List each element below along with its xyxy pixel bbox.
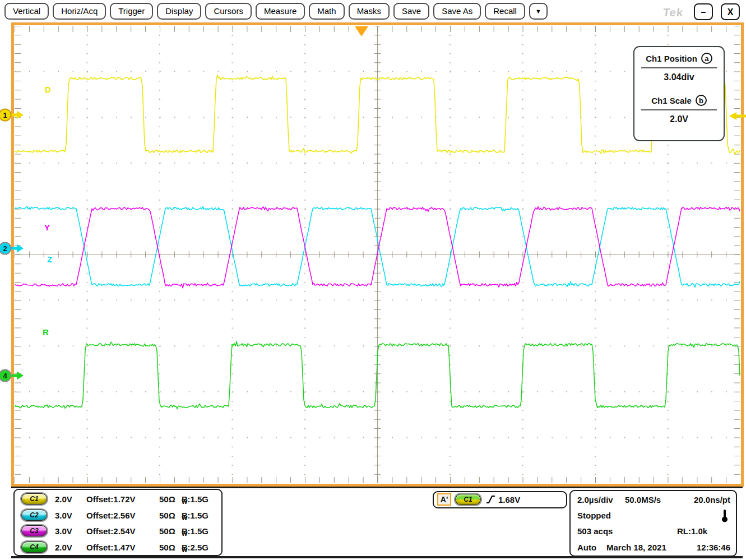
ch3-offset: Offset:2.54V (86, 525, 136, 538)
ch4-offset: Offset:1.47V (86, 542, 136, 554)
ch1-offset: Offset:1.72V (86, 493, 136, 506)
ch2-bandwidth: BW:1.5G (182, 510, 187, 524)
channel-settings-box: C1 2.0V Offset:1.72V 50Ω BW:1.5G C2 3.0V… (13, 489, 223, 556)
ch3-scale: 3.0V (55, 525, 72, 538)
channel-3-pill[interactable]: C3 (21, 525, 47, 536)
channel-3-row: C3 3.0V Offset:2.54V 50Ω BW:1.5G (15, 525, 221, 539)
trace-label-z: Z (47, 254, 52, 264)
thermometer-icon (721, 508, 728, 523)
ch1-scale: 2.0V (55, 493, 72, 506)
trigger-level-value: 1.68V (498, 493, 520, 506)
knob-a-icon: a (701, 53, 712, 64)
trace-label-r: R (43, 327, 49, 337)
channel-1-pill[interactable]: C1 (21, 493, 47, 505)
knob-b-icon: b (696, 95, 707, 106)
ch1-scale-label: Ch1 Scale (651, 96, 692, 105)
divider (641, 109, 717, 110)
acq-count: 503 acqs (577, 525, 613, 538)
ch3-bandwidth: BW:1.5G (182, 525, 187, 540)
ch4-scale: 2.0V (55, 542, 72, 554)
svg-text:2: 2 (3, 244, 7, 253)
trigger-source-pill[interactable]: C1 (455, 494, 481, 505)
sample-resolution: 20.0ns/pt (694, 494, 730, 506)
trigger-readout-box: A' C1 1.68V (433, 491, 567, 508)
trigger-mode: Auto (577, 542, 596, 554)
channel-4-pill[interactable]: C4 (21, 542, 47, 553)
trace-label-d: D (45, 85, 51, 94)
ch1-position-value[interactable]: 3.04div (634, 72, 724, 82)
ch1-scale-value[interactable]: 2.0V (634, 114, 724, 124)
divider (641, 67, 717, 68)
svg-text:1: 1 (3, 111, 7, 119)
ch3-termination: 50Ω (159, 525, 175, 538)
acquisition-box: 2.0µs/div 50.0MS/s 20.0ns/pt Stopped 503… (569, 490, 737, 557)
acq-status: Stopped (577, 510, 611, 522)
ch1-termination: 50Ω (159, 493, 175, 506)
channel-2-pill[interactable]: C2 (21, 510, 47, 521)
ch4-bandwidth: BW:2.5G (182, 542, 187, 556)
ch1-readout-box: Ch1 Position a 3.04div Ch1 Scale b 2.0V (633, 46, 725, 141)
trace-label-y: Y (44, 223, 50, 232)
sample-rate: 50.0MS/s (625, 494, 661, 506)
ch1-position-label: Ch1 Position (646, 54, 697, 63)
ch2-termination: 50Ω (159, 510, 175, 522)
plot-bottom-separator (11, 487, 743, 488)
time-value: 12:36:46 (697, 542, 730, 554)
trigger-a-badge[interactable]: A' (437, 493, 451, 506)
ch2-offset: Offset:2.56V (86, 510, 136, 522)
ch2-scale: 3.0V (55, 510, 72, 522)
channel-1-row: C1 2.0V Offset:1.72V 50Ω BW:1.5G (15, 493, 221, 507)
channel-4-row: C4 2.0V Offset:1.47V 50Ω BW:2.5G (15, 542, 221, 555)
trigger-position-marker[interactable] (355, 26, 368, 36)
oscilloscope-screen: Vertical Horiz/Acq Trigger Display Curso… (0, 0, 746, 560)
ch4-termination: 50Ω (159, 542, 175, 554)
record-length: RL:1.0k (677, 525, 707, 538)
date-value: March 18, 2021 (606, 542, 666, 554)
channel-2-row: C2 3.0V Offset:2.56V 50Ω BW:1.5G (15, 510, 221, 523)
rising-edge-icon (486, 494, 496, 505)
svg-text:4: 4 (3, 372, 7, 380)
ch1-bandwidth: BW:1.5G (182, 493, 187, 508)
timebase-value: 2.0µs/div (577, 494, 613, 506)
